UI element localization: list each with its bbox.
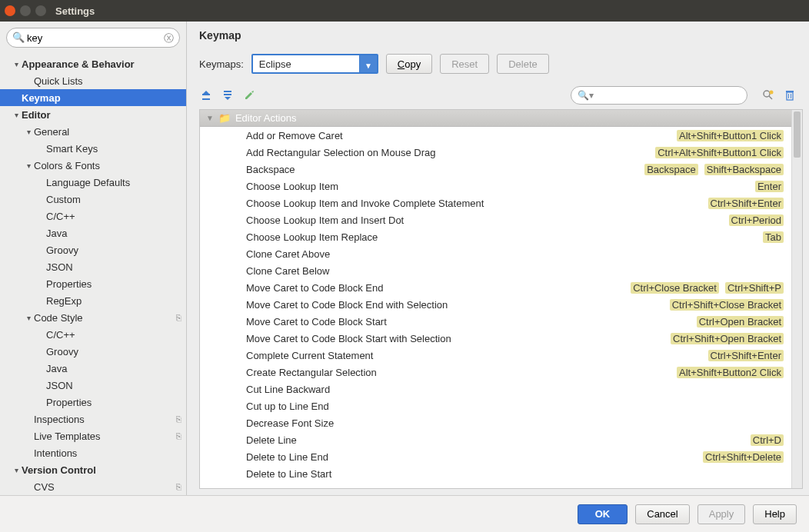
tree-item[interactable]: CVS⎘ [0, 478, 186, 495]
tree-item[interactable]: Custom [0, 191, 186, 208]
tree-item-label: Inspections [34, 414, 173, 425]
action-name: Clone Caret Below [246, 265, 784, 277]
tree-item[interactable]: Groovy [0, 241, 186, 258]
tree-item[interactable]: Language Defaults [0, 174, 186, 191]
reset-button: Reset [440, 54, 489, 74]
ok-button[interactable]: OK [578, 504, 628, 524]
action-name: Add or Remove Caret [246, 130, 677, 141]
content-area: 🔍 ⓧ ▾Appearance & BehaviorQuick ListsKey… [0, 22, 809, 495]
tree-item-label: Keymap [22, 92, 181, 104]
tree-item[interactable]: C/C++ [0, 326, 186, 343]
svg-rect-12 [786, 91, 794, 92]
action-row[interactable]: Clone Caret Below [200, 262, 791, 279]
tree-item-label: Live Templates [34, 431, 173, 442]
tree-item-label: Quick Lists [34, 75, 181, 87]
action-name: Choose Lookup Item and Invoke Complete S… [246, 198, 708, 209]
action-name: Move Caret to Code Block Start with Sele… [246, 333, 671, 344]
settings-tree[interactable]: ▾Appearance & BehaviorQuick ListsKeymap▾… [0, 54, 186, 495]
action-row[interactable]: Choose Lookup Item and Insert DotCtrl+Pe… [200, 211, 791, 228]
action-row[interactable]: Move Caret to Code Block End with Select… [200, 296, 791, 313]
action-row[interactable]: Add Rectangular Selection on Mouse DragC… [200, 144, 791, 161]
window-minimize-icon[interactable] [20, 5, 31, 16]
action-row[interactable]: Move Caret to Code Block Start with Sele… [200, 330, 791, 347]
collapse-all-icon[interactable] [221, 88, 235, 102]
action-name: Choose Lookup Item Replace [246, 231, 763, 243]
tree-item[interactable]: Intentions [0, 444, 186, 461]
tree-item[interactable]: Properties [0, 394, 186, 411]
chevron-icon: ▾ [11, 466, 22, 474]
tree-item[interactable]: Smart Keys [0, 140, 186, 157]
action-row[interactable]: Decrease Font Size [200, 414, 791, 431]
tree-item-label: Version Control [22, 464, 181, 476]
edit-icon[interactable] [242, 88, 256, 102]
action-name: Move Caret to Code Block Start [246, 316, 697, 328]
action-row[interactable]: Create Rectangular SelectionAlt+Shift+Bu… [200, 364, 791, 381]
filter-input[interactable] [598, 89, 741, 101]
keymap-select[interactable]: Eclipse ▼ [251, 54, 378, 74]
chevron-icon: ▾ [11, 111, 22, 119]
chevron-down-icon: ▼ [365, 62, 372, 70]
shortcut-chip: Ctrl+Shift+Enter [708, 198, 784, 209]
help-button[interactable]: Help [753, 504, 797, 524]
shortcut-chip: Ctrl+Close Bracket [631, 282, 719, 294]
actions-list: ▼ 📁 Editor Actions Add or Remove CaretAl… [199, 109, 803, 489]
tree-item[interactable]: RegExp [0, 292, 186, 309]
chevron-icon: ▾ [11, 60, 22, 68]
svg-marker-4 [225, 97, 231, 100]
tree-item[interactable]: ▾Colors & Fonts [0, 157, 186, 174]
expand-all-icon[interactable] [199, 88, 213, 102]
action-row[interactable]: BackspaceBackspaceShift+Backspace [200, 161, 791, 178]
action-row[interactable]: Choose Lookup Item ReplaceTab [200, 228, 791, 245]
tree-item[interactable]: C/C++ [0, 208, 186, 224]
action-row[interactable]: Move Caret to Code Block EndCtrl+Close B… [200, 279, 791, 296]
titlebar: Settings [0, 0, 809, 22]
group-header[interactable]: ▼ 📁 Editor Actions [200, 110, 791, 127]
tree-item-label: JSON [46, 380, 181, 391]
trash-icon[interactable] [783, 88, 797, 102]
action-row[interactable]: Move Caret to Code Block StartCtrl+Open … [200, 313, 791, 330]
filter-box[interactable]: 🔍▾ [571, 86, 747, 105]
action-row[interactable]: Delete LineCtrl+D [200, 431, 791, 448]
clear-search-icon[interactable]: ⓧ [164, 32, 174, 45]
search-input[interactable] [6, 28, 180, 48]
action-row[interactable]: Choose Lookup Item and Invoke Complete S… [200, 195, 791, 211]
shortcut-chip: Ctrl+Shift+Open Bracket [671, 333, 784, 344]
action-row[interactable]: Cut up to Line End [200, 397, 791, 414]
scrollbar[interactable] [791, 110, 802, 488]
window-maximize-icon[interactable] [35, 5, 46, 16]
shortcut-chip: Shift+Backspace [704, 164, 784, 175]
action-row[interactable]: Clone Caret Above [200, 245, 791, 262]
tree-item-label: RegExp [46, 295, 181, 307]
copy-button[interactable]: Copy [386, 54, 432, 74]
tree-item[interactable]: Java [0, 360, 186, 377]
filter-search-icon: 🔍▾ [578, 90, 594, 101]
action-row[interactable]: Delete to Line EndCtrl+Shift+Delete [200, 448, 791, 465]
action-row[interactable]: Cut Line Backward [200, 381, 791, 397]
scheme-icon: ⎘ [176, 414, 181, 424]
tree-item[interactable]: Live Templates⎘ [0, 427, 186, 444]
tree-item[interactable]: JSON [0, 258, 186, 275]
tree-item[interactable]: Groovy [0, 343, 186, 360]
scrollbar-thumb[interactable] [794, 111, 801, 158]
action-name: Choose Lookup Item [246, 181, 755, 192]
find-by-shortcut-icon[interactable] [761, 88, 775, 102]
tree-item[interactable]: ▾Version Control [0, 461, 186, 478]
tree-item[interactable]: JSON [0, 377, 186, 394]
action-row[interactable]: Add or Remove CaretAlt+Shift+Button1 Cli… [200, 127, 791, 144]
tree-item[interactable]: ▾Appearance & Behavior [0, 55, 186, 72]
page-title: Keymap [199, 29, 797, 42]
tree-item[interactable]: ▾Code Style⎘ [0, 309, 186, 326]
tree-item[interactable]: Quick Lists [0, 72, 186, 89]
action-row[interactable]: Choose Lookup ItemEnter [200, 178, 791, 195]
tree-item[interactable]: ▾Editor [0, 106, 186, 123]
tree-item[interactable]: Keymap [0, 89, 186, 106]
action-row[interactable]: Delete to Line Start [200, 465, 791, 482]
window-close-icon[interactable] [5, 5, 15, 16]
group-title: Editor Actions [235, 112, 297, 124]
tree-item[interactable]: ▾General [0, 123, 186, 140]
cancel-button[interactable]: Cancel [635, 504, 689, 524]
tree-item[interactable]: Inspections⎘ [0, 411, 186, 427]
tree-item[interactable]: Properties [0, 275, 186, 292]
tree-item[interactable]: Java [0, 224, 186, 241]
action-row[interactable]: Complete Current StatementCtrl+Shift+Ent… [200, 347, 791, 364]
